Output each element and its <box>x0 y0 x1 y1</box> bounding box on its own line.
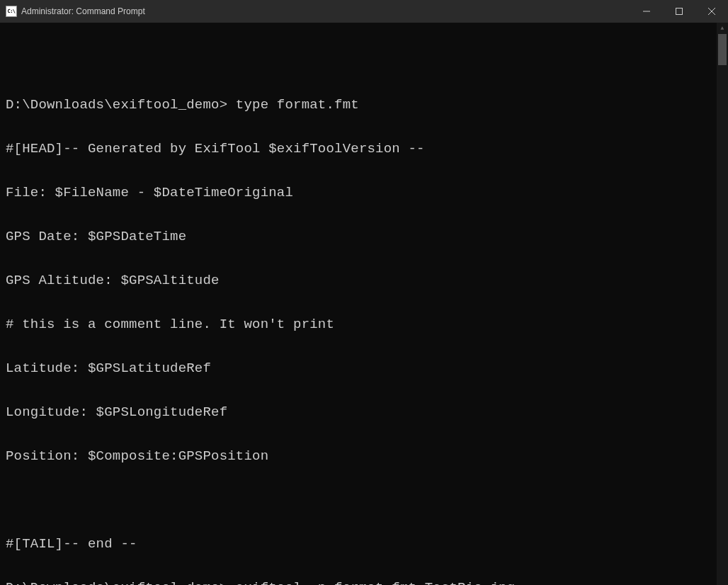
scroll-thumb[interactable] <box>718 34 727 65</box>
minimize-icon <box>643 8 650 15</box>
output-line: Latitude: $GPSLatitudeRef <box>6 358 710 380</box>
output-line: Longitude: $GPSLongitudeRef <box>6 402 710 424</box>
output-line: File: $FileName - $DateTimeOriginal <box>6 182 710 204</box>
minimize-button[interactable] <box>630 0 663 23</box>
output-line: #[TAIL]-- end -- <box>6 533 710 555</box>
terminal-output[interactable]: D:\Downloads\exiftool_demo> type format.… <box>0 23 717 585</box>
terminal-area: D:\Downloads\exiftool_demo> type format.… <box>0 23 728 585</box>
prompt-line: D:\Downloads\exiftool_demo> type format.… <box>6 94 710 116</box>
svg-rect-1 <box>676 8 683 15</box>
output-line: GPS Altitude: $GPSAltitude <box>6 270 710 292</box>
command: type format.fmt <box>227 97 359 113</box>
window-title: Administrator: Command Prompt <box>21 6 630 16</box>
blank-line <box>6 489 710 511</box>
command: exiftool -p format.fmt TestPic.jpg <box>227 580 515 585</box>
output-line: # this is a comment line. It won't print <box>6 314 710 336</box>
titlebar[interactable]: C:\ Administrator: Command Prompt <box>0 0 728 23</box>
scrollbar[interactable]: ▲ ▼ <box>717 23 728 585</box>
app-icon: C:\ <box>6 6 17 17</box>
prompt: D:\Downloads\exiftool_demo> <box>6 97 227 113</box>
close-icon <box>708 8 715 15</box>
output-line: GPS Date: $GPSDateTime <box>6 226 710 248</box>
scroll-up-arrow[interactable]: ▲ <box>717 23 728 34</box>
close-button[interactable] <box>695 0 728 23</box>
window-controls <box>630 0 728 23</box>
prompt-line: D:\Downloads\exiftool_demo> exiftool -p … <box>6 577 710 585</box>
output-line: #[HEAD]-- Generated by ExifTool $exifToo… <box>6 138 710 160</box>
output-line: Position: $Composite:GPSPosition <box>6 445 710 467</box>
maximize-icon <box>676 8 683 15</box>
blank-line <box>6 50 710 72</box>
maximize-button[interactable] <box>663 0 695 23</box>
prompt: D:\Downloads\exiftool_demo> <box>6 580 227 585</box>
